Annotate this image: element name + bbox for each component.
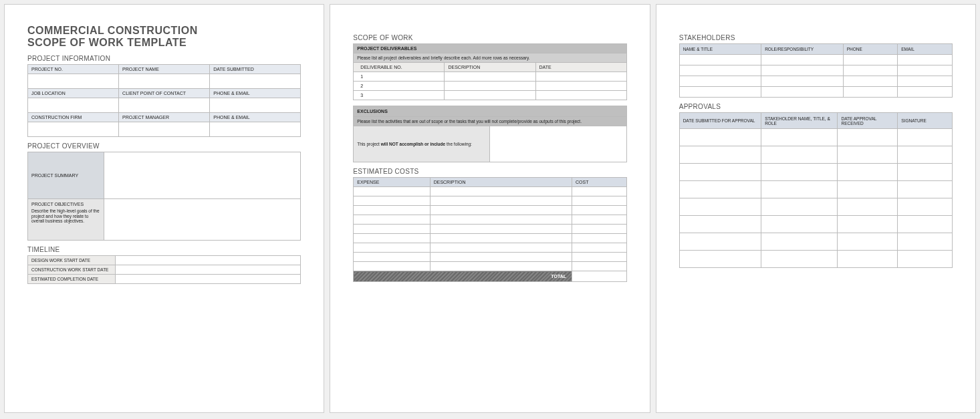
stake-cell[interactable] — [679, 87, 761, 98]
exclusions-content[interactable] — [490, 126, 626, 162]
cost-row[interactable] — [572, 215, 626, 225]
appr-cell[interactable] — [679, 251, 761, 268]
cost-row[interactable] — [572, 234, 626, 243]
appr-cell[interactable] — [761, 181, 838, 198]
cell-date-submitted[interactable] — [210, 74, 301, 88]
cost-row[interactable] — [354, 262, 430, 271]
cell-project-summary[interactable] — [104, 152, 301, 198]
deliv-row-3-date[interactable] — [535, 91, 626, 100]
stake-cell[interactable] — [898, 65, 953, 76]
stake-cell[interactable] — [761, 76, 843, 87]
appr-cell[interactable] — [679, 216, 761, 233]
cost-row[interactable] — [430, 187, 572, 196]
stake-cell[interactable] — [679, 76, 761, 87]
appr-cell[interactable] — [838, 164, 898, 181]
deliv-row-2-desc[interactable] — [445, 82, 535, 91]
cost-row[interactable] — [430, 243, 572, 253]
cost-row[interactable] — [354, 215, 430, 225]
appr-cell[interactable] — [761, 216, 838, 233]
deliv-row-2-date[interactable] — [535, 82, 626, 91]
cost-row[interactable] — [430, 234, 572, 243]
stake-cell[interactable] — [761, 87, 843, 98]
stake-cell[interactable] — [761, 65, 843, 76]
cell-design-start[interactable] — [115, 255, 301, 265]
banner-deliverables: PROJECT DELIVERABLES — [354, 44, 626, 53]
cost-row[interactable] — [572, 243, 626, 253]
stake-cell[interactable] — [898, 87, 953, 98]
cost-row[interactable] — [430, 253, 572, 262]
appr-cell[interactable] — [838, 251, 898, 268]
appr-cell[interactable] — [679, 181, 761, 198]
stake-cell[interactable] — [898, 76, 953, 87]
cost-row[interactable] — [354, 243, 430, 253]
appr-cell[interactable] — [838, 216, 898, 233]
costs-total-label: TOTAL — [354, 271, 572, 282]
cost-row[interactable] — [572, 187, 626, 196]
cell-client-poc[interactable] — [119, 98, 210, 112]
appr-cell[interactable] — [898, 233, 953, 251]
cost-row[interactable] — [354, 234, 430, 243]
stake-cell[interactable] — [679, 65, 761, 76]
appr-cell[interactable] — [679, 146, 761, 164]
stake-cell[interactable] — [843, 55, 898, 65]
stake-cell[interactable] — [898, 55, 953, 65]
deliv-row-1-desc[interactable] — [445, 72, 535, 82]
cost-row[interactable] — [354, 206, 430, 215]
cost-row[interactable] — [430, 262, 572, 271]
cost-row[interactable] — [572, 196, 626, 206]
appr-cell[interactable] — [761, 129, 838, 146]
cell-est-completion[interactable] — [115, 274, 301, 283]
appr-cell[interactable] — [761, 233, 838, 251]
appr-cell[interactable] — [838, 181, 898, 198]
cost-row[interactable] — [354, 187, 430, 196]
appr-cell[interactable] — [898, 129, 953, 146]
stake-cell[interactable] — [679, 55, 761, 65]
appr-cell[interactable] — [761, 146, 838, 164]
cell-project-name[interactable] — [119, 74, 210, 88]
appr-cell[interactable] — [838, 146, 898, 164]
cost-row[interactable] — [354, 225, 430, 234]
cell-project-no[interactable] — [28, 74, 119, 88]
cost-row[interactable] — [572, 253, 626, 262]
deliv-row-3-desc[interactable] — [445, 91, 535, 100]
appr-cell[interactable] — [898, 251, 953, 268]
appr-cell[interactable] — [679, 198, 761, 216]
appr-cell[interactable] — [761, 251, 838, 268]
stake-cell[interactable] — [761, 55, 843, 65]
appr-cell[interactable] — [838, 198, 898, 216]
cell-phone-email-1[interactable] — [210, 98, 301, 112]
cost-row[interactable] — [354, 196, 430, 206]
appr-cell[interactable] — [679, 164, 761, 181]
appr-cell[interactable] — [679, 233, 761, 251]
cost-row[interactable] — [430, 225, 572, 234]
cell-construction-start[interactable] — [115, 265, 301, 274]
cell-project-objectives[interactable] — [104, 198, 301, 240]
appr-cell[interactable] — [898, 198, 953, 216]
cell-construction-firm[interactable] — [28, 122, 119, 136]
appr-cell[interactable] — [898, 181, 953, 198]
appr-cell[interactable] — [898, 146, 953, 164]
cost-row[interactable] — [354, 253, 430, 262]
appr-cell[interactable] — [898, 164, 953, 181]
col-stake-email: EMAIL — [898, 44, 953, 55]
stake-cell[interactable] — [843, 76, 898, 87]
cell-job-location[interactable] — [28, 98, 119, 112]
appr-cell[interactable] — [761, 198, 838, 216]
appr-cell[interactable] — [898, 216, 953, 233]
cost-row[interactable] — [572, 225, 626, 234]
appr-cell[interactable] — [838, 129, 898, 146]
cell-phone-email-2[interactable] — [210, 122, 301, 136]
cell-project-manager[interactable] — [119, 122, 210, 136]
cost-row[interactable] — [572, 206, 626, 215]
cost-row[interactable] — [572, 262, 626, 271]
appr-cell[interactable] — [679, 129, 761, 146]
deliv-row-1-date[interactable] — [535, 72, 626, 82]
costs-total-value[interactable] — [572, 271, 626, 282]
stake-cell[interactable] — [843, 65, 898, 76]
stake-cell[interactable] — [843, 87, 898, 98]
appr-cell[interactable] — [761, 164, 838, 181]
cost-row[interactable] — [430, 206, 572, 215]
appr-cell[interactable] — [838, 233, 898, 251]
cost-row[interactable] — [430, 215, 572, 225]
cost-row[interactable] — [430, 196, 572, 206]
